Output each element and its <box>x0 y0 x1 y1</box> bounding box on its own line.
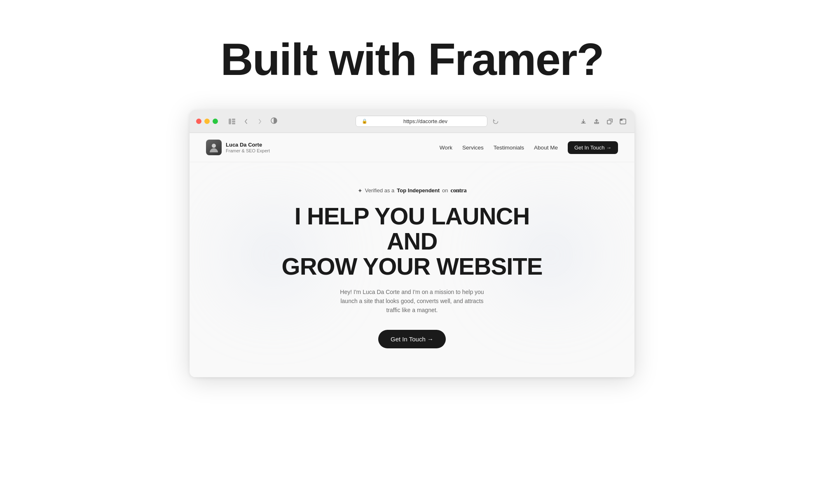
logo-avatar-image <box>206 140 222 155</box>
site-nav: Luca Da Corte Framer & SEO Expert Work S… <box>190 133 634 162</box>
logo-text: Luca Da Corte Framer & SEO Expert <box>226 142 270 153</box>
sidebar-toggle-icon[interactable] <box>226 117 238 126</box>
contra-logo: contra <box>451 187 467 194</box>
address-bar[interactable]: 🔒 https://dacorte.dev <box>356 116 487 127</box>
url-text: https://dacorte.dev <box>370 118 481 124</box>
traffic-lights <box>196 119 218 124</box>
diamond-icon: ✦ <box>358 187 363 194</box>
verified-prefix: Verified as a <box>365 187 395 194</box>
hero-heading-line1: I HELP YOU LAUNCH AND <box>295 203 530 254</box>
site-hero: ✦ Verified as a Top Independent on contr… <box>190 162 634 377</box>
svg-rect-0 <box>229 119 231 124</box>
traffic-light-yellow[interactable] <box>204 119 210 124</box>
nav-link-work[interactable]: Work <box>440 145 452 151</box>
hero-cta-button[interactable]: Get In Touch → <box>378 330 446 348</box>
contrast-icon[interactable] <box>271 117 277 125</box>
traffic-light-red[interactable] <box>196 119 201 124</box>
svg-rect-6 <box>607 120 611 124</box>
address-bar-container: 🔒 https://dacorte.dev <box>282 116 574 127</box>
back-icon[interactable] <box>240 117 252 126</box>
website-content: Luca Da Corte Framer & SEO Expert Work S… <box>190 133 634 377</box>
browser-window: 🔒 https://dacorte.dev <box>190 110 634 377</box>
svg-rect-8 <box>620 119 623 121</box>
nav-link-testimonials[interactable]: Testimonials <box>494 145 524 151</box>
hero-heading: I HELP YOU LAUNCH AND GROW YOUR WEBSITE <box>268 204 556 279</box>
nav-link-about[interactable]: About Me <box>534 145 558 151</box>
forward-icon[interactable] <box>254 117 266 126</box>
logo-avatar <box>206 140 222 155</box>
share-icon[interactable] <box>592 117 602 126</box>
verified-badge: ✦ Verified as a Top Independent on contr… <box>358 187 466 194</box>
svg-rect-2 <box>232 121 235 122</box>
svg-rect-1 <box>232 119 235 120</box>
nav-cta-button[interactable]: Get In Touch → <box>568 141 618 154</box>
hero-heading-line2: GROW YOUR WEBSITE <box>282 253 543 280</box>
svg-rect-3 <box>232 123 235 124</box>
browser-controls <box>226 117 266 126</box>
hero-subtext: Hey! I'm Luca Da Corte and I'm on a miss… <box>334 287 490 315</box>
download-icon[interactable] <box>578 117 588 126</box>
site-logo: Luca Da Corte Framer & SEO Expert <box>206 140 270 155</box>
page-title: Built with Framer? <box>220 33 604 85</box>
lock-icon: 🔒 <box>362 119 368 124</box>
browser-chrome: 🔒 https://dacorte.dev <box>190 110 634 133</box>
nav-link-services[interactable]: Services <box>462 145 484 151</box>
verified-suffix: on <box>442 187 448 194</box>
nav-links: Work Services Testimonials About Me Get … <box>440 141 618 154</box>
tabs-icon[interactable] <box>618 117 628 126</box>
svg-point-9 <box>212 144 216 148</box>
traffic-light-green[interactable] <box>213 119 218 124</box>
reload-button[interactable] <box>491 117 501 126</box>
new-tab-icon[interactable] <box>605 117 615 126</box>
verified-bold: Top Independent <box>397 187 440 194</box>
browser-actions <box>578 117 628 126</box>
logo-tagline: Framer & SEO Expert <box>226 148 270 153</box>
logo-name: Luca Da Corte <box>226 142 270 148</box>
